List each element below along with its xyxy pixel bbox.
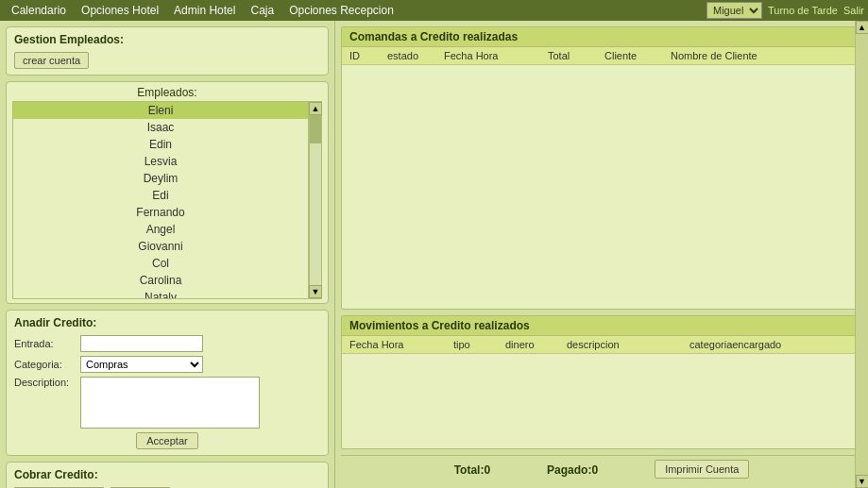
anadir-acceptar-button[interactable]: Acceptar [136, 432, 197, 449]
left-panel: Gestion Empleados: crear cuenta Empleado… [0, 21, 335, 488]
cobrar-credito-title: Cobrar Credito: [14, 468, 320, 481]
comandas-section: Comandas a Credito realizadas ID estado … [341, 26, 862, 310]
th-fecha-hora: Fecha Hora [440, 49, 544, 62]
scroll-thumb [310, 115, 321, 143]
th-cliente: Cliente [601, 49, 667, 62]
th-dinero: dinero [502, 338, 563, 351]
description-label: Description: [14, 377, 80, 388]
th-id: ID [346, 49, 383, 62]
list-item[interactable]: Col [13, 255, 308, 272]
right-scroll-up[interactable]: ▲ [856, 21, 869, 34]
menubar: Calendario Opciones Hotel Admin Hotel Ca… [0, 0, 868, 21]
turno-label: Turno de Tarde [768, 5, 838, 16]
scroll-down-btn[interactable]: ▼ [309, 285, 322, 298]
list-scrollbar[interactable]: ▲ ▼ [309, 101, 322, 299]
th-descripcion: descripcion [563, 338, 686, 351]
user-select[interactable]: Miguel [706, 2, 762, 19]
categoria-select[interactable]: Compras Servicios Otros [80, 356, 203, 373]
list-item[interactable]: Giovanni [13, 238, 308, 255]
empleados-list[interactable]: Eleni Isaac Edin Lesvia Deylim Edi Ferna… [12, 101, 309, 299]
menu-opciones-recepcion[interactable]: Opciones Recepcion [281, 2, 401, 19]
comandas-title: Comandas a Credito realizadas [342, 27, 861, 47]
anadir-credito-title: Anadir Credito: [14, 316, 320, 329]
th-categoriaencargado: categoriaencargado [686, 338, 858, 351]
list-item[interactable]: Lesvia [13, 153, 308, 170]
cobrar-credito-section: Cobrar Credito: Acceptar [6, 462, 329, 488]
total-label: Total:0 [454, 463, 490, 477]
gestion-empleados-title: Gestion Empleados: [14, 33, 320, 46]
scroll-up-btn[interactable]: ▲ [309, 102, 322, 115]
menu-opciones-hotel[interactable]: Opciones Hotel [74, 2, 166, 19]
empleados-list-wrapper: Eleni Isaac Edin Lesvia Deylim Edi Ferna… [12, 101, 322, 299]
list-item[interactable]: Angel [13, 221, 308, 238]
description-textarea[interactable] [80, 377, 260, 429]
empleados-label: Empleados: [12, 86, 322, 99]
th-tipo: tipo [450, 338, 502, 351]
menu-caja[interactable]: Caja [243, 2, 281, 19]
right-panel: Comandas a Credito realizadas ID estado … [335, 21, 868, 488]
entrada-row: Entrada: [14, 335, 320, 352]
list-item[interactable]: Eleni [13, 102, 308, 119]
categoria-label: Categoria: [14, 359, 80, 370]
imprimir-cuenta-button[interactable]: Imprimir Cuenta [655, 460, 749, 479]
list-item[interactable]: Nataly [13, 289, 308, 299]
right-scrollbar[interactable]: ▲ ▼ [855, 21, 868, 488]
entrada-label: Entrada: [14, 338, 80, 349]
gestion-empleados-section: Gestion Empleados: crear cuenta [6, 26, 329, 76]
bottom-bar: Total:0 Pagado:0 Imprimir Cuenta [341, 455, 862, 482]
menubar-right: Miguel Turno de Tarde Salir [706, 2, 864, 19]
description-row: Description: [14, 377, 320, 429]
entrada-input[interactable] [80, 335, 203, 352]
scroll-track [310, 115, 321, 285]
anadir-credito-section: Anadir Credito: Entrada: Categoria: Comp… [6, 310, 329, 456]
comandas-header-row: ID estado Fecha Hora Total Cliente Nombr… [342, 47, 861, 65]
menu-admin-hotel[interactable]: Admin Hotel [166, 2, 243, 19]
list-item[interactable]: Carolina [13, 272, 308, 289]
categoria-row: Categoria: Compras Servicios Otros [14, 356, 320, 373]
movimientos-title: Movimientos a Credito realizados [342, 316, 861, 336]
th-nombre-cliente: Nombre de Cliente [667, 49, 858, 62]
right-scroll-down[interactable]: ▼ [856, 475, 869, 488]
pagado-label: Pagado:0 [547, 463, 598, 477]
crear-cuenta-button[interactable]: crear cuenta [14, 52, 89, 69]
movimientos-section: Movimientos a Credito realizados Fecha H… [341, 315, 862, 449]
th-mfecha-hora: Fecha Hora [346, 338, 450, 351]
list-item[interactable]: Edi [13, 187, 308, 204]
list-item[interactable]: Deylim [13, 170, 308, 187]
movimientos-header-row: Fecha Hora tipo dinero descripcion categ… [342, 336, 861, 354]
movimientos-body [342, 354, 861, 448]
list-item[interactable]: Edin [13, 136, 308, 153]
empleados-section: Empleados: Eleni Isaac Edin Lesvia Deyli… [6, 81, 329, 304]
salir-link[interactable]: Salir [843, 5, 864, 16]
main-layout: Gestion Empleados: crear cuenta Empleado… [0, 21, 868, 488]
menu-calendario[interactable]: Calendario [4, 2, 74, 19]
list-item[interactable]: Isaac [13, 119, 308, 136]
list-item[interactable]: Fernando [13, 204, 308, 221]
th-estado: estado [383, 49, 440, 62]
th-total: Total [544, 49, 601, 62]
comandas-body [342, 65, 861, 235]
